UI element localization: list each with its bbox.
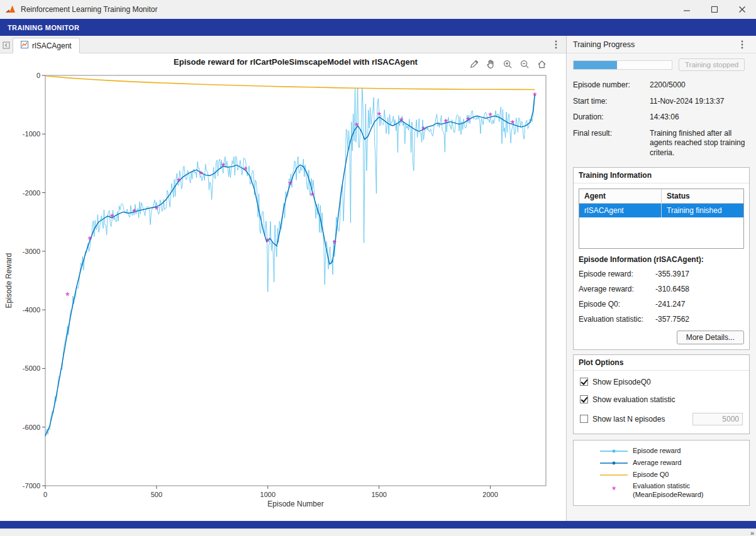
option-show-episodeq0[interactable]: Show EpisodeQ0 [575, 373, 748, 391]
minimize-button[interactable] [673, 0, 701, 19]
field-label: Duration: [573, 112, 650, 123]
svg-text:-2000: -2000 [23, 189, 40, 197]
reward-chart[interactable]: 05001000150020000-1000-2000-3000-4000-50… [1, 53, 566, 511]
option-label: Show evaluation statistic [592, 395, 675, 404]
field-value: Training finished after all agents reach… [650, 129, 750, 158]
last-n-episodes-input[interactable] [692, 413, 743, 425]
checkbox-show-evaluation-statistic[interactable] [580, 395, 588, 403]
option-label: Show last N episodes [592, 415, 665, 424]
svg-text:*: * [399, 116, 404, 128]
panel-title: Training Progress [573, 40, 635, 49]
field-value: 11-Nov-2024 19:13:37 [650, 97, 750, 107]
svg-text:0: 0 [36, 72, 40, 79]
legend-label: Episode reward [633, 447, 681, 456]
panel-header: Training Progress [567, 36, 756, 53]
stat-label: Episode reward: [579, 270, 655, 278]
zoom-in-icon[interactable] [502, 58, 513, 70]
legend-label: Average reward [633, 459, 681, 468]
zoom-out-icon[interactable] [519, 58, 530, 70]
option-label: Show EpisodeQ0 [592, 378, 651, 386]
section-title: Training Information [574, 168, 749, 183]
matlab-logo-icon [5, 4, 16, 14]
field-duration: Duration: 14:43:06 [573, 109, 750, 126]
svg-text:*: * [288, 179, 292, 191]
field-start-time: Start time: 11-Nov-2024 19:13:37 [573, 94, 750, 110]
stat-value: -357.7562 [655, 315, 744, 324]
checkbox-show-last-n-episodes[interactable] [580, 415, 588, 423]
training-progress-panel: Training Progress Training stopped Episo… [567, 36, 756, 521]
agent-status-table: Agent Status rlSACAgent Training finishe… [579, 189, 744, 249]
cell-status: Training finished [661, 204, 743, 217]
stat-evaluation-statistic: Evaluation statistic: -357.7562 [579, 312, 744, 327]
close-button[interactable] [728, 0, 756, 19]
svg-text:*: * [132, 207, 136, 219]
field-label: Final result: [573, 129, 650, 158]
field-label: Episode number: [573, 80, 650, 90]
column-header-status: Status [661, 189, 743, 204]
option-show-evaluation-statistic[interactable]: Show evaluation statistic [575, 391, 748, 408]
svg-text:Episode reward for rlCartPoleS: Episode reward for rlCartPoleSimscapeMod… [174, 57, 418, 67]
statusbar-expand-icon[interactable]: » [750, 530, 754, 536]
bottom-accent-strip [0, 521, 756, 528]
progress-bar-fill [574, 61, 617, 69]
figure-icon [21, 41, 28, 50]
svg-text:2000: 2000 [482, 491, 498, 498]
training-stopped-button[interactable]: Training stopped [679, 58, 745, 71]
window-title: Reinforcement Learning Training Monitor [21, 5, 157, 14]
statusbar: » [0, 528, 756, 536]
summary-fields: Episode number: 2200/5000 Start time: 11… [567, 75, 756, 163]
field-final-result: Final result: Training finished after al… [573, 126, 750, 161]
svg-text:Episode Reward: Episode Reward [4, 253, 13, 308]
maximize-button[interactable] [701, 0, 728, 19]
section-title: Plot Options [574, 355, 749, 371]
svg-text:-7000: -7000 [23, 482, 40, 490]
svg-text:*: * [612, 486, 616, 496]
app-window: Reinforcement Learning Training Monitor … [0, 0, 756, 536]
stat-label: Episode Q0: [579, 300, 655, 309]
svg-text:*: * [221, 161, 226, 173]
legend-sample [599, 470, 629, 480]
svg-text:*: * [443, 117, 448, 129]
tabbar-grip-icon[interactable] [0, 38, 13, 53]
chart-area: 05001000150020000-1000-2000-3000-4000-50… [0, 53, 566, 521]
progress-row: Training stopped [567, 53, 756, 75]
pan-hand-icon[interactable] [485, 58, 496, 70]
svg-text:*: * [333, 238, 337, 250]
svg-text:*: * [155, 204, 159, 216]
training-information-section: Training Information Agent Status rlSACA… [573, 167, 750, 350]
document-tabbar: rlSACAgent [0, 36, 566, 53]
panel-options-menu-icon[interactable] [737, 38, 747, 51]
legend-item: Episode Q0 [599, 469, 749, 481]
legend-item: *Evaluation statistic(MeanEpisodeReward) [599, 481, 749, 501]
svg-text:*: * [177, 176, 181, 188]
field-episode-number: Episode number: 2200/5000 [573, 77, 750, 94]
svg-text:-1000: -1000 [23, 130, 40, 138]
home-restore-view-icon[interactable] [536, 58, 547, 70]
tab-rlsacagent[interactable]: rlSACAgent [13, 38, 80, 53]
window-controls [673, 0, 756, 19]
svg-text:*: * [488, 111, 492, 123]
svg-text:1000: 1000 [260, 491, 275, 498]
svg-text:*: * [65, 290, 70, 302]
svg-text:-6000: -6000 [23, 424, 40, 431]
table-row[interactable]: rlSACAgent Training finished [579, 204, 743, 217]
edit-plot-icon[interactable] [468, 58, 479, 70]
legend-label: Episode Q0 [633, 471, 669, 479]
svg-text:*: * [533, 90, 537, 102]
more-details-button[interactable]: More Details... [677, 331, 744, 344]
tab-options-menu-icon[interactable] [551, 38, 561, 51]
legend-sample [599, 458, 629, 468]
svg-text:Episode Number: Episode Number [267, 500, 323, 508]
toolstrip: TRAINING MONITOR [0, 19, 756, 36]
toolstrip-tab-training-monitor[interactable]: TRAINING MONITOR [8, 24, 79, 31]
stat-episode-reward: Episode reward: -355.3917 [579, 266, 744, 282]
option-show-last-n-episodes[interactable]: Show last N episodes [575, 408, 748, 430]
svg-text:*: * [355, 121, 359, 133]
svg-text:500: 500 [151, 491, 162, 498]
checkbox-show-episodeq0[interactable] [580, 378, 588, 386]
svg-text:*: * [110, 212, 114, 224]
cell-agent: rlSACAgent [579, 204, 661, 217]
svg-text:-3000: -3000 [23, 248, 40, 255]
legend-item: Episode reward [599, 446, 749, 457]
chart-toolbar [468, 58, 547, 70]
